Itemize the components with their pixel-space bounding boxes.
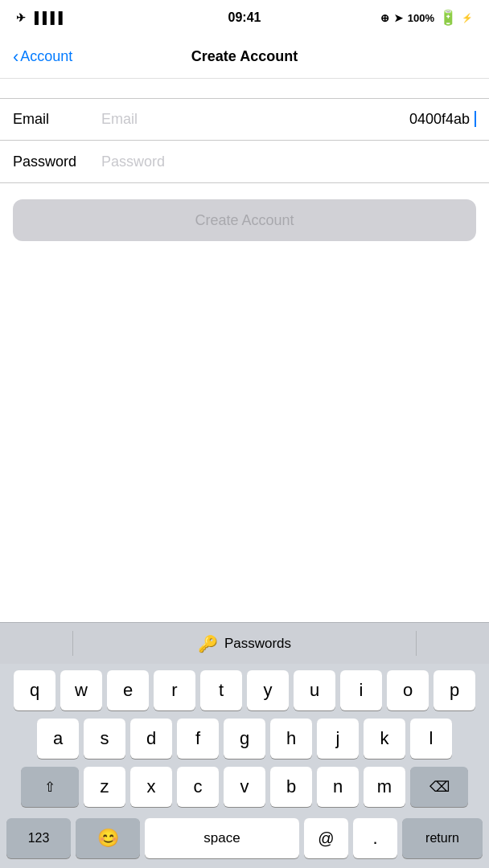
form-section: Email 0400f4ab Password [0, 98, 489, 183]
keyboard[interactable]: 🔑 Passwords q w e r t y u i o p a s d f … [0, 622, 489, 868]
passwords-label: Passwords [224, 636, 291, 652]
key-l[interactable]: l [410, 719, 452, 759]
key-y[interactable]: y [247, 670, 289, 710]
back-button[interactable]: ‹ Account [13, 47, 72, 68]
shift-key[interactable]: ⇧ [21, 767, 79, 807]
space-key[interactable]: space [145, 818, 299, 858]
page-title: Create Account [191, 48, 298, 65]
btn-section: Create Account [0, 183, 489, 257]
key-n[interactable]: n [317, 767, 359, 807]
at-key[interactable]: @ [304, 818, 348, 858]
location-icon: ⊕ [380, 12, 389, 24]
email-input[interactable] [101, 111, 409, 128]
status-right: ⊕ ➤ 100% 🔋 ⚡ [380, 9, 473, 27]
keyboard-suggestion-bar: 🔑 Passwords [0, 622, 489, 664]
password-input[interactable] [101, 154, 476, 170]
divider-right [416, 631, 417, 656]
key-row-2: a s d f g h j k l [3, 719, 486, 759]
password-label: Password [13, 154, 101, 170]
key-g[interactable]: g [224, 719, 265, 759]
status-bar: ✈ ▐▐▐▐ 09:41 ⊕ ➤ 100% 🔋 ⚡ [0, 0, 489, 35]
backspace-key[interactable]: ⌫ [410, 767, 468, 807]
key-w[interactable]: w [60, 670, 102, 710]
status-left: ✈ ▐▐▐▐ [16, 11, 63, 24]
period-key[interactable]: . [353, 818, 397, 858]
email-label: Email [13, 111, 101, 128]
email-row: Email 0400f4ab [0, 99, 489, 141]
key-k[interactable]: k [364, 719, 405, 759]
status-time: 09:41 [228, 10, 261, 25]
key-z[interactable]: z [84, 767, 125, 807]
key-b[interactable]: b [270, 767, 312, 807]
key-u[interactable]: u [294, 670, 335, 710]
create-account-button[interactable]: Create Account [13, 199, 476, 241]
battery-icon: 🔋 [439, 9, 457, 27]
key-t[interactable]: t [200, 670, 242, 710]
key-j[interactable]: j [317, 719, 359, 759]
key-x[interactable]: x [130, 767, 172, 807]
key-v[interactable]: v [224, 767, 265, 807]
email-value-display: 0400f4ab [409, 111, 476, 128]
key-row-4: 123 😊 space @ . return [3, 815, 486, 865]
key-row-3: ⇧ z x c v b n m ⌫ [3, 767, 486, 807]
key-o[interactable]: o [387, 670, 429, 710]
key-r[interactable]: r [154, 670, 195, 710]
key-p[interactable]: p [434, 670, 475, 710]
divider-left [72, 631, 73, 656]
key-icon: 🔑 [198, 634, 218, 653]
direction-icon: ➤ [394, 12, 403, 24]
charging-icon: ⚡ [462, 13, 473, 23]
key-a[interactable]: a [37, 719, 79, 759]
key-i[interactable]: i [340, 670, 382, 710]
key-s[interactable]: s [84, 719, 125, 759]
back-chevron-icon: ‹ [13, 47, 18, 68]
signal-bars: ▐▐▐▐ [31, 11, 63, 24]
key-c[interactable]: c [177, 767, 219, 807]
numbers-key[interactable]: 123 [6, 818, 71, 858]
key-m[interactable]: m [364, 767, 405, 807]
key-q[interactable]: q [14, 670, 55, 710]
password-row: Password [0, 141, 489, 182]
key-row-1: q w e r t y u i o p [3, 670, 486, 710]
passwords-suggestion[interactable]: 🔑 Passwords [198, 634, 291, 653]
keyboard-keys: q w e r t y u i o p a s d f g h j k l ⇧ … [0, 664, 489, 868]
key-d[interactable]: d [130, 719, 172, 759]
battery-percent: 100% [408, 12, 434, 24]
key-e[interactable]: e [107, 670, 149, 710]
airplane-icon: ✈ [16, 11, 26, 24]
return-key[interactable]: return [402, 818, 483, 858]
back-label: Account [20, 48, 72, 65]
nav-bar: ‹ Account Create Account [0, 35, 489, 79]
key-h[interactable]: h [270, 719, 312, 759]
key-f[interactable]: f [177, 719, 219, 759]
emoji-key[interactable]: 😊 [76, 818, 140, 858]
